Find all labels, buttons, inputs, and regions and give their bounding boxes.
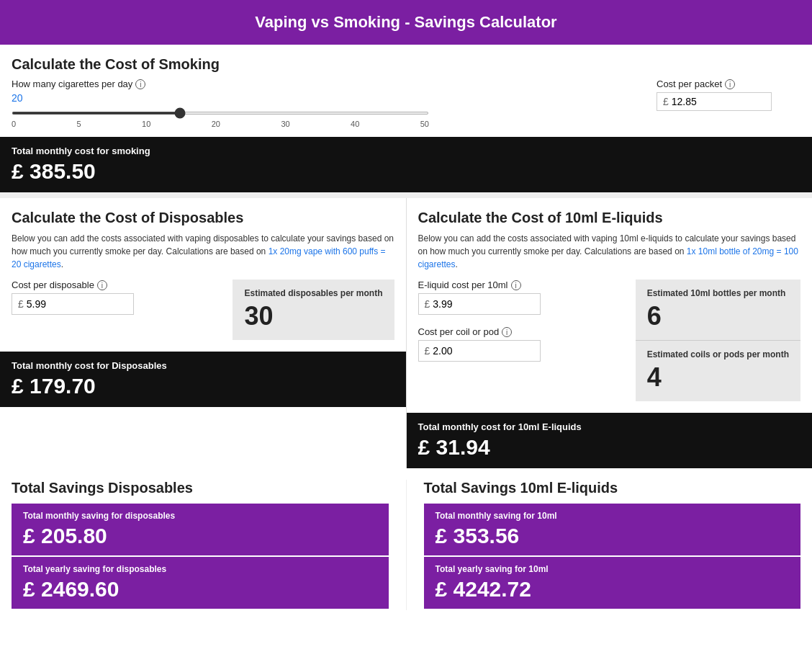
cigarettes-slider-group: How many cigarettes per day i 20 0 5 10 … [12,79,628,128]
disposables-yearly-card: Total yearly saving for disposables £ 24… [12,557,389,609]
savings-disposables-title: Total Savings Disposables [12,480,389,496]
eliquid-currency: £ [425,298,430,310]
disposables-desc: Below you can add the costs associated w… [12,232,394,271]
eliquids-total-banner: Total monthly cost for 10ml E-liquids £ … [407,413,813,468]
eliquids-section-title: Calculate the Cost of 10ml E-liquids [418,210,801,226]
savings-disposables: Total Savings Disposables Total monthly … [12,480,406,610]
eliquids-calc-section: Calculate the Cost of 10ml E-liquids Bel… [407,198,813,413]
eliquid-cost-input[interactable] [433,298,512,310]
disposables-total-banner: Total monthly cost for Disposables £ 179… [0,352,406,407]
disposables-estimate-label: Estimated disposables per month [244,288,382,298]
smoking-inputs: How many cigarettes per day i 20 0 5 10 … [12,79,800,128]
disposables-monthly-value: £ 205.80 [23,524,377,548]
section-divider [0,192,812,198]
packet-cost-label: Cost per packet i [657,79,800,89]
coil-info-icon[interactable]: i [502,327,512,337]
cigarettes-slider-container [12,105,628,117]
eliquids-desc: Below you can add the costs associated w… [418,232,801,271]
eliquids-monthly-card: Total monthly saving for 10ml £ 353.56 [424,504,801,555]
slider-ticks: 0 5 10 20 30 40 50 [12,120,429,128]
eliquids-yearly-value: £ 4242.72 [436,577,790,602]
eliquids-column: Calculate the Cost of 10ml E-liquids Bel… [407,198,813,468]
coil-currency: £ [425,345,430,357]
eliquids-estimate-stack: Estimated 10ml bottles per month 6 Estim… [636,280,800,401]
savings-section: Total Savings Disposables Total monthly … [0,468,812,622]
disposables-estimate-box: Estimated disposables per month 30 [233,280,394,340]
disposables-input-group: Cost per disposable i £ [12,280,233,340]
disposables-column: Calculate the Cost of Disposables Below … [0,198,407,468]
eliquids-yearly-card: Total yearly saving for 10ml £ 4242.72 [424,557,801,609]
coil-cost-input[interactable] [433,345,512,357]
bottles-estimate-value: 6 [647,301,789,331]
smoking-section: Calculate the Cost of Smoking How many c… [0,45,812,128]
packet-cost-input[interactable] [672,96,744,107]
bottles-estimate-box: Estimated 10ml bottles per month 6 [636,280,800,341]
disposable-cost-label: Cost per disposable i [12,280,233,290]
coil-cost-label: Cost per coil or pod i [418,326,636,337]
page-title: Vaping vs Smoking - Savings Calculator [255,13,556,31]
disposables-desc-link[interactable]: 1x 20mg vape with 600 puffs = 20 cigaret… [12,246,386,269]
disposables-yearly-value: £ 2469.60 [23,577,377,602]
disposables-monthly-label: Total monthly saving for disposables [23,511,377,521]
disposables-calc-section: Calculate the Cost of Disposables Below … [0,198,406,352]
packet-cost-input-row: £ [657,92,772,111]
eliquid-cost-input-row: £ [418,293,541,315]
disposables-total-value: £ 179.70 [12,374,394,398]
eliquids-total-label: Total monthly cost for 10ml E-liquids [418,421,801,432]
coils-estimate-label: Estimated coils or pods per month [647,349,789,359]
eliquids-monthly-label: Total monthly saving for 10ml [436,511,790,521]
savings-eliquids: Total Savings 10ml E-liquids Total month… [406,480,801,610]
eliquids-total-value: £ 31.94 [418,435,801,460]
coils-estimate-value: 4 [647,362,789,393]
eliquid-info-icon[interactable]: i [511,280,521,290]
cigarettes-value: 20 [12,92,628,104]
cigarettes-slider[interactable] [12,112,429,115]
two-col-section: Calculate the Cost of Disposables Below … [0,198,812,468]
disposables-input-row: Cost per disposable i £ Estimated dispos… [12,280,394,340]
eliquid-cost-group: E-liquid cost per 10ml i £ [418,280,636,315]
disposables-monthly-card: Total monthly saving for disposables £ 2… [12,504,389,555]
eliquid-cost-label: E-liquid cost per 10ml i [418,280,636,290]
disposable-info-icon[interactable]: i [97,280,107,290]
smoking-total-label: Total monthly cost for smoking [12,146,800,156]
eliquids-monthly-value: £ 353.56 [436,524,790,548]
disposables-estimate-value: 30 [244,301,382,331]
smoking-section-title: Calculate the Cost of Smoking [12,56,800,73]
eliquids-input-row: E-liquid cost per 10ml i £ Cost per coil… [418,280,801,401]
coils-estimate-box: Estimated coils or pods per month 4 [636,341,800,401]
smoking-total-banner: Total monthly cost for smoking £ 385.50 [0,137,812,192]
smoking-total-value: £ 385.50 [12,159,800,184]
disposable-currency: £ [18,298,24,310]
coil-cost-input-row: £ [418,340,541,362]
bottles-estimate-label: Estimated 10ml bottles per month [647,288,789,298]
disposables-section-title: Calculate the Cost of Disposables [12,210,394,226]
cigarettes-label: How many cigarettes per day i [12,79,628,89]
cigarettes-info-icon[interactable]: i [135,79,145,89]
packet-currency: £ [663,96,669,107]
coil-cost-group: Cost per coil or pod i £ [418,326,636,362]
disposables-yearly-label: Total yearly saving for disposables [23,564,377,574]
disposable-cost-input-row: £ [12,293,134,315]
packet-info-icon[interactable]: i [725,79,735,89]
page-header: Vaping vs Smoking - Savings Calculator [0,0,812,45]
disposable-cost-input[interactable] [27,298,106,310]
packet-cost-group: Cost per packet i £ [657,79,800,111]
eliquids-yearly-label: Total yearly saving for 10ml [436,564,790,574]
disposables-total-label: Total monthly cost for Disposables [12,360,394,371]
savings-eliquids-title: Total Savings 10ml E-liquids [424,480,801,496]
eliquids-desc-link[interactable]: 1x 10ml bottle of 20mg = 100 cigarettes [418,246,798,269]
eliquids-input-stack: E-liquid cost per 10ml i £ Cost per coil… [418,280,636,401]
